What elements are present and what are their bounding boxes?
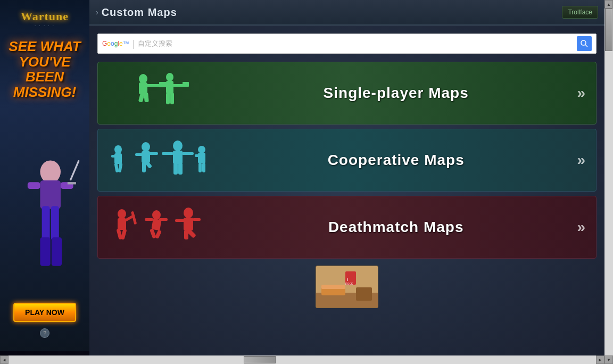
user-button[interactable]: Trollface [562, 6, 598, 19]
tagline-text: SEE WHAT YOU'VE BEEN MISSING! [5, 39, 84, 100]
page-title: Custom Maps [102, 6, 177, 19]
cooperative-maps-card[interactable]: Cooperative Maps » [97, 129, 597, 192]
svg-point-0 [40, 160, 61, 183]
svg-rect-40 [178, 163, 183, 175]
svg-rect-56 [150, 228, 156, 238]
header-bar: › Custom Maps Trollface [89, 0, 604, 26]
bottom-thumbnails: I ROCK [97, 263, 597, 308]
singleplayer-icon [98, 62, 215, 124]
scrollbar-horizontal[interactable]: ◄ ► [0, 355, 604, 364]
svg-rect-14 [145, 84, 161, 87]
svg-point-58 [184, 208, 193, 218]
svg-point-18 [166, 73, 173, 81]
svg-point-24 [114, 145, 122, 154]
svg-point-35 [173, 140, 183, 151]
thumbnail-svg: I ROCK [316, 266, 378, 308]
svg-rect-43 [195, 154, 200, 157]
svg-text:ROCK: ROCK [345, 282, 353, 285]
svg-point-41 [198, 146, 205, 153]
play-now-button[interactable]: PLAY NOW [13, 303, 76, 322]
singleplayer-label: Single-player Maps [215, 85, 577, 102]
scroll-horizontal-track[interactable] [9, 355, 596, 364]
scrollbar-vertical[interactable]: ▲ ▼ [604, 0, 613, 364]
singleplayer-arrow: » [577, 85, 596, 102]
scroll-up-button[interactable]: ▲ [604, 0, 613, 9]
cooperative-arrow: » [577, 152, 596, 169]
svg-rect-31 [135, 153, 143, 156]
svg-rect-5 [51, 206, 59, 240]
svg-rect-45 [202, 163, 205, 172]
singleplayer-maps-card[interactable]: Single-player Maps » [97, 62, 597, 125]
svg-rect-20 [170, 84, 185, 87]
search-container: Google™ | 自定义搜索 [97, 34, 597, 54]
svg-rect-17 [144, 93, 149, 103]
svg-rect-4 [42, 206, 50, 240]
deathmatch-arrow: » [577, 219, 596, 236]
sidebar-tagline: SEE WHAT YOU'VE BEEN MISSING! [0, 39, 89, 100]
deathmatch-figure-svg [103, 203, 210, 251]
svg-rect-38 [182, 152, 194, 155]
svg-rect-42 [198, 153, 205, 163]
search-divider: | [132, 38, 135, 49]
svg-rect-25 [114, 153, 122, 164]
scroll-left-button[interactable]: ◄ [0, 355, 9, 364]
svg-rect-51 [121, 229, 127, 240]
logo-text: Wartune [21, 10, 69, 23]
deathmatch-maps-card[interactable]: Deathmatch Maps » [97, 196, 597, 259]
sidebar-ad: Wartune · · · · · SEE WHAT YOU'VE BEEN M… [0, 0, 89, 351]
svg-rect-59 [184, 218, 193, 230]
svg-point-29 [142, 142, 150, 152]
singleplayer-figure-svg [122, 69, 191, 117]
svg-rect-47 [118, 218, 126, 230]
scroll-thumb[interactable] [605, 9, 612, 51]
svg-line-8 [70, 160, 79, 180]
thumbnail-card[interactable]: I ROCK [316, 266, 378, 308]
svg-line-11 [585, 45, 587, 47]
svg-rect-16 [138, 92, 145, 102]
svg-rect-9 [68, 182, 76, 184]
svg-rect-22 [166, 93, 170, 104]
help-button[interactable]: ? [40, 328, 49, 338]
search-icon [581, 40, 588, 47]
svg-rect-26 [111, 155, 117, 158]
scroll-right-button[interactable]: ► [596, 355, 604, 364]
svg-point-46 [118, 209, 126, 219]
svg-rect-15 [159, 82, 167, 87]
svg-rect-57 [155, 229, 162, 238]
svg-rect-2 [28, 182, 40, 189]
character-svg [7, 149, 82, 309]
svg-rect-55 [159, 218, 168, 221]
svg-rect-7 [52, 237, 62, 266]
character-illustration [0, 138, 89, 309]
breadcrumb-arrow: › [96, 8, 98, 16]
svg-rect-23 [170, 93, 174, 104]
svg-text:I: I [347, 278, 348, 282]
svg-rect-68 [356, 287, 372, 301]
custom-search-label: 自定义搜索 [138, 39, 577, 48]
svg-rect-32 [148, 152, 158, 155]
deathmatch-icon [98, 196, 215, 258]
svg-rect-44 [198, 163, 202, 172]
svg-point-12 [139, 74, 147, 84]
main-content: › Custom Maps Trollface Google™ | 自定义搜索 [89, 0, 604, 355]
scroll-track[interactable] [604, 9, 613, 355]
cooperative-figure-svg [103, 136, 210, 184]
svg-rect-67 [321, 285, 345, 289]
svg-rect-6 [40, 237, 50, 266]
svg-rect-28 [118, 163, 122, 173]
svg-point-10 [581, 40, 586, 45]
cooperative-icon [98, 129, 215, 191]
svg-rect-37 [162, 152, 173, 155]
deathmatch-label: Deathmatch Maps [215, 219, 577, 236]
google-label: Google™ [102, 40, 129, 47]
svg-rect-36 [173, 151, 183, 164]
svg-rect-61 [193, 218, 201, 221]
scroll-down-button[interactable]: ▼ [604, 355, 613, 364]
search-button[interactable] [577, 36, 592, 51]
content-wrapper: Google™ | 自定义搜索 [89, 26, 604, 316]
svg-rect-60 [175, 219, 185, 222]
svg-rect-54 [145, 218, 153, 221]
cooperative-label: Cooperative Maps [215, 152, 577, 169]
svg-rect-21 [183, 82, 189, 87]
scroll-horizontal-thumb[interactable] [244, 356, 276, 363]
